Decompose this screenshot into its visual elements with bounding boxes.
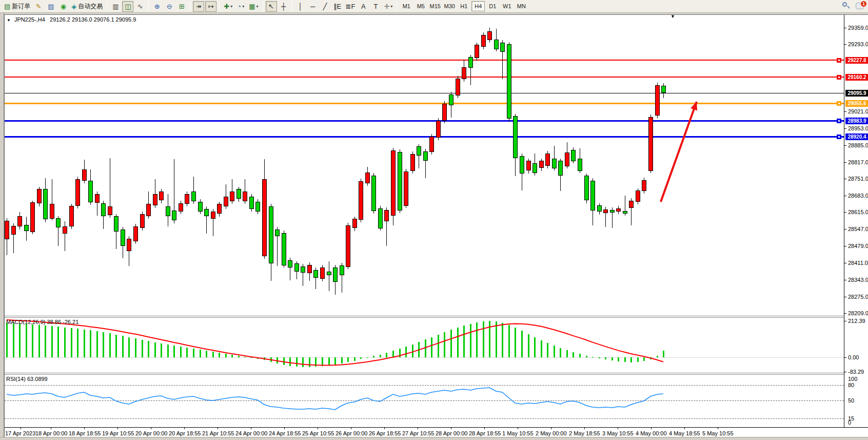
- hline-drag-handle[interactable]: [837, 119, 841, 123]
- price-axis-tick: [844, 128, 846, 129]
- trend-arrow-object[interactable]: [661, 102, 697, 202]
- horizontal-line-object[interactable]: [5, 103, 844, 104]
- candle-body: [513, 116, 518, 158]
- time-axis-tick: [218, 428, 218, 429]
- tile-windows-button[interactable]: ⊞: [176, 1, 187, 12]
- timeframe-h4-button[interactable]: H4: [471, 1, 485, 11]
- crosshair-button[interactable]: ┼: [278, 1, 289, 12]
- macd-histogram-bar: [322, 357, 323, 366]
- timeframe-m1-button[interactable]: M1: [400, 1, 413, 11]
- time-axis[interactable]: 17 Apr 202318 Apr 00:0018 Apr 18:5519 Ap…: [5, 427, 868, 437]
- zoom-out-button[interactable]: ⊖: [164, 1, 175, 12]
- cursor-button[interactable]: ↖: [266, 1, 277, 12]
- timeframe-m5-button[interactable]: M5: [414, 1, 427, 11]
- candle-body: [5, 221, 9, 239]
- arrows-dropdown[interactable]: ✛▾: [382, 1, 394, 12]
- candle-body: [584, 176, 589, 200]
- signals-button[interactable]: ◉: [57, 1, 69, 12]
- macd-histogram-bar: [392, 351, 394, 357]
- timeframe-m15-button[interactable]: M15: [428, 1, 442, 11]
- auto-scroll-button[interactable]: ↠: [193, 1, 204, 12]
- price-badge: 28920.4: [845, 133, 868, 140]
- horizontal-line-object[interactable]: [5, 120, 844, 122]
- auto-scroll-icon: ↠: [196, 3, 202, 10]
- timeframe-d1-button[interactable]: D1: [486, 1, 499, 11]
- chart-shift-button[interactable]: ↦: [205, 1, 216, 12]
- macd-histogram-bar: [6, 323, 8, 357]
- text-label-icon: T: [373, 3, 378, 10]
- candle-body: [211, 212, 215, 219]
- horizontal-line-object[interactable]: [5, 76, 844, 78]
- hline-drag-handle[interactable]: [837, 135, 841, 139]
- periods-dropdown[interactable]: ◔▾: [235, 1, 246, 12]
- channel-button[interactable]: ∥E: [332, 1, 343, 12]
- bar-chart-button[interactable]: ▥: [110, 1, 121, 12]
- line-chart-icon: ∿: [137, 3, 143, 10]
- trendline-button[interactable]: ╱: [320, 1, 331, 12]
- candle-body: [63, 226, 67, 234]
- time-axis-label: 24 Apr 18:55: [269, 430, 301, 436]
- candle-body: [301, 266, 305, 273]
- chart-pencil-button[interactable]: ✎: [33, 1, 44, 12]
- candle-body: [456, 79, 460, 95]
- vertical-line-button[interactable]: │: [295, 1, 306, 12]
- macd-histogram-bar: [637, 357, 639, 362]
- candle-body: [520, 156, 524, 174]
- new-order-button-label: 新订单: [12, 2, 30, 11]
- timeframe-m30-button[interactable]: M30: [443, 1, 456, 11]
- candle-body: [43, 189, 48, 219]
- macd-histogram-bar: [38, 325, 40, 357]
- indicators-dropdown[interactable]: ✚▾: [222, 1, 234, 12]
- macd-histogram-bar: [135, 338, 136, 357]
- chart-plot-area[interactable]: ▼ JPN225-,H4 29126.2 29136.0 29076.1 290…: [5, 15, 844, 427]
- text-label-button[interactable]: T: [370, 1, 381, 12]
- chart-shift-marker-icon[interactable]: ▼: [670, 15, 675, 19]
- macd-histogram-bar: [90, 330, 91, 357]
- hline-drag-handle[interactable]: [837, 101, 841, 106]
- candlestick-chart-button[interactable]: ◫: [122, 1, 133, 12]
- templates-dropdown[interactable]: ▦▾: [247, 1, 260, 12]
- macd-histogram-bar: [109, 333, 111, 357]
- candle-body: [114, 216, 119, 232]
- timeframe-h1-button[interactable]: H1: [457, 1, 470, 11]
- hline-drag-handle[interactable]: [837, 75, 841, 80]
- bid-price-line[interactable]: [5, 93, 844, 93]
- text-button[interactable]: A: [358, 1, 369, 12]
- horizontal-line-button[interactable]: ─: [307, 1, 319, 12]
- macd-histogram-bar: [354, 357, 356, 361]
- chart-menu-icon[interactable]: ▼: [7, 18, 11, 23]
- macd-histogram-bar: [219, 353, 220, 357]
- search-icon[interactable]: [841, 1, 851, 10]
- price-axis[interactable]: 29359.029293.029021.028953.028885.028817…: [844, 15, 868, 427]
- macd-histogram-bar: [521, 331, 523, 357]
- candle-body: [307, 265, 312, 273]
- horizontal-line-object[interactable]: [5, 136, 844, 138]
- pane-separator[interactable]: [5, 373, 844, 375]
- zoom-in-button[interactable]: ⊕: [151, 1, 163, 12]
- timeframe-mn-button[interactable]: MN: [515, 1, 528, 11]
- candle-body: [340, 265, 344, 275]
- notifications-icon[interactable]: 1: [856, 3, 864, 9]
- price-badge: 29095.9: [845, 90, 868, 97]
- macd-histogram-bar: [128, 337, 130, 357]
- time-axis-label: 25 Apr 10:55: [302, 430, 334, 436]
- new-order-button[interactable]: ▤新订单: [3, 1, 32, 12]
- candle-body: [166, 206, 170, 216]
- timeframe-w1-button[interactable]: W1: [500, 1, 514, 11]
- pane-separator[interactable]: [5, 316, 844, 318]
- candle-body: [294, 263, 299, 272]
- main-toolbar: ▤新订单✎▨◉◈自动交易▥◫∿⊕⊖⊞↠↦✚▾◔▾▦▾↖┼│─╱∥E≣FAT✛▾M…: [0, 0, 868, 13]
- line-chart-button[interactable]: ∿: [134, 1, 146, 12]
- rsi-line: [7, 388, 663, 410]
- time-axis-tick: [684, 428, 685, 429]
- macd-histogram-bar: [643, 357, 645, 361]
- fibonacci-button[interactable]: ≣F: [344, 1, 357, 12]
- hline-drag-handle[interactable]: [837, 58, 841, 63]
- macd-histogram-bar: [528, 334, 529, 357]
- macd-histogram-bar: [541, 340, 542, 357]
- market-watch-button[interactable]: ▨: [45, 1, 56, 12]
- horizontal-line-object[interactable]: [5, 60, 844, 61]
- autotrading-button[interactable]: ◈自动交易: [70, 1, 104, 12]
- candle-body: [410, 154, 415, 171]
- channel-icon: ∥E: [333, 3, 341, 10]
